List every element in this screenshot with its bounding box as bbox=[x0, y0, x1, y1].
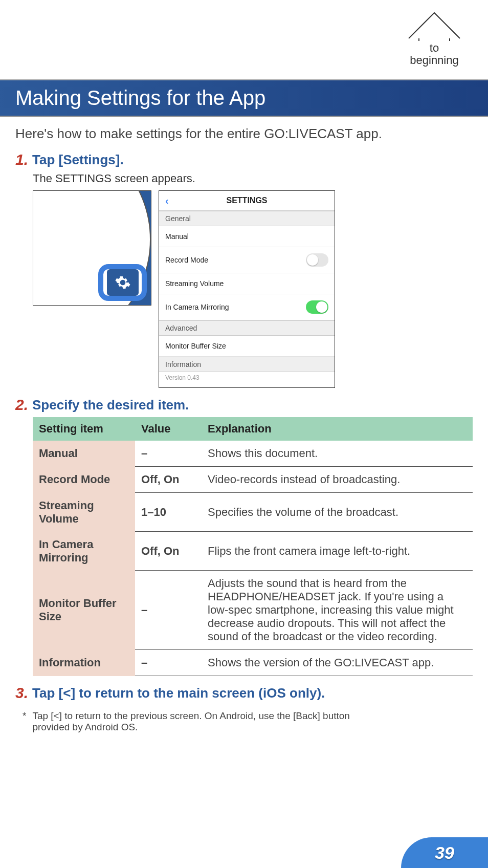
cell-name: Information bbox=[33, 650, 135, 676]
list-icon bbox=[126, 232, 142, 247]
table-row: Monitor Buffer Size – Adjusts the sound … bbox=[33, 571, 473, 650]
page-title-bar: Making Settings for the App bbox=[0, 79, 488, 117]
cell-exp: Video-records instead of broadcasting. bbox=[202, 467, 473, 493]
row-mirroring-label: In Camera Mirroring bbox=[165, 303, 229, 311]
cell-name: Monitor Buffer Size bbox=[33, 571, 135, 650]
footnote-text: Tap [<] to return to the previous screen… bbox=[32, 710, 360, 733]
th-explanation: Explanation bbox=[202, 417, 473, 441]
row-manual: Manual bbox=[159, 226, 335, 247]
row-manual-label: Manual bbox=[165, 232, 189, 241]
settings-screen-screenshot: ‹ SETTINGS General Manual Record Mode St… bbox=[159, 190, 335, 388]
intro-text: Here's how to make settings for the enti… bbox=[15, 126, 473, 142]
gear-icon bbox=[115, 274, 131, 291]
section-advanced: Advanced bbox=[159, 320, 335, 336]
table-row: In Camera Mirroring Off, On Flips the fr… bbox=[33, 532, 473, 571]
svg-point-4 bbox=[135, 202, 136, 203]
page-title: Making Settings for the App bbox=[15, 86, 473, 110]
cell-name: Manual bbox=[33, 441, 135, 467]
step3-number: 3. bbox=[15, 685, 28, 701]
table-row: Manual – Shows this document. bbox=[33, 441, 473, 467]
app-screenshot-left bbox=[33, 190, 151, 306]
row-streaming-volume: Streaming Volume bbox=[159, 273, 335, 294]
th-value: Value bbox=[135, 417, 202, 441]
footnote-asterisk: * bbox=[23, 710, 26, 733]
step3-title: Tap [<] to return to the main screen (iO… bbox=[32, 685, 325, 701]
cell-value: 1–10 bbox=[135, 493, 202, 532]
settings-header: SETTINGS bbox=[226, 196, 267, 205]
step1-number: 1. bbox=[15, 152, 28, 167]
cell-exp: Flips the front camera image left-to-rig… bbox=[202, 532, 473, 571]
table-header-row: Setting item Value Explanation bbox=[33, 417, 473, 441]
step1-subtext: The SETTINGS screen appears. bbox=[33, 172, 473, 185]
row-monitor-buffer: Monitor Buffer Size bbox=[159, 336, 335, 357]
table-row: Information – Shows the version of the G… bbox=[33, 650, 473, 676]
cell-name: In Camera Mirroring bbox=[33, 532, 135, 571]
svg-point-6 bbox=[130, 236, 131, 237]
th-item: Setting item bbox=[33, 417, 135, 441]
cell-name: Record Mode bbox=[33, 467, 135, 493]
table-row: Record Mode Off, On Video-records instea… bbox=[33, 467, 473, 493]
svg-point-3 bbox=[139, 205, 141, 206]
cell-value: – bbox=[135, 441, 202, 467]
svg-point-8 bbox=[130, 241, 131, 243]
cell-exp: Shows this document. bbox=[202, 441, 473, 467]
cell-value: – bbox=[135, 650, 202, 676]
cell-value: Off, On bbox=[135, 467, 202, 493]
step1-title: Tap [Settings]. bbox=[32, 152, 124, 168]
record-mode-toggle bbox=[306, 253, 328, 267]
section-general: General bbox=[159, 211, 335, 226]
svg-point-7 bbox=[130, 238, 131, 240]
to-beginning-link[interactable]: to beginning bbox=[406, 10, 462, 67]
version-text: Version 0.43 bbox=[159, 372, 335, 387]
row-record-mode: Record Mode bbox=[159, 247, 335, 273]
cell-name: Streaming Volume bbox=[33, 493, 135, 532]
step2-title: Specify the desired item. bbox=[32, 397, 189, 413]
table-row: Streaming Volume 1–10 Specifies the volu… bbox=[33, 493, 473, 532]
arrow-up-icon bbox=[406, 10, 462, 41]
back-icon: ‹ bbox=[165, 195, 169, 207]
row-record-mode-label: Record Mode bbox=[165, 256, 208, 264]
footnote: * Tap [<] to return to the previous scre… bbox=[23, 710, 360, 733]
svg-point-2 bbox=[137, 202, 139, 204]
cell-exp: Adjusts the sound that is heard from the… bbox=[202, 571, 473, 650]
row-monitor-buffer-label: Monitor Buffer Size bbox=[165, 342, 226, 350]
page-number: 39 bbox=[435, 843, 454, 863]
row-in-camera-mirroring: In Camera Mirroring bbox=[159, 294, 335, 320]
page-number-tab: 39 bbox=[401, 837, 488, 868]
cell-value: Off, On bbox=[135, 532, 202, 571]
mirroring-toggle bbox=[306, 300, 328, 314]
cell-exp: Shows the version of the GO:LIVECAST app… bbox=[202, 650, 473, 676]
wand-icon bbox=[126, 200, 142, 215]
nav-text-line2: beginning bbox=[406, 54, 462, 67]
settings-button-highlight bbox=[98, 264, 147, 301]
settings-table: Setting item Value Explanation Manual – … bbox=[33, 417, 473, 676]
cell-value: – bbox=[135, 571, 202, 650]
row-streaming-volume-label: Streaming Volume bbox=[165, 279, 224, 288]
cell-exp: Specifies the volume of the broadcast. bbox=[202, 493, 473, 532]
section-information: Information bbox=[159, 357, 335, 372]
nav-text-line1: to bbox=[406, 42, 462, 54]
step2-number: 2. bbox=[15, 397, 28, 413]
